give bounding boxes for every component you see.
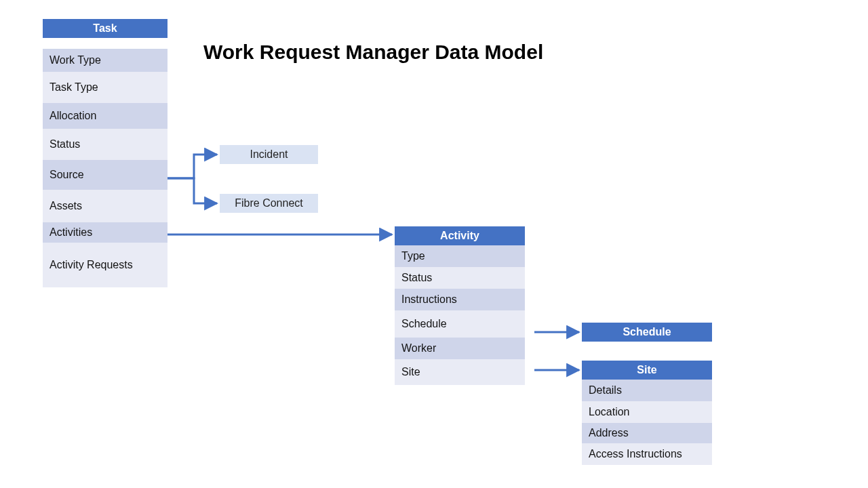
- task-row-source: Source: [43, 160, 167, 190]
- schedule-header: Schedule: [582, 323, 712, 342]
- task-row-allocation: Allocation: [43, 103, 167, 129]
- site-header: Site: [582, 361, 712, 380]
- page-title: Work Request Manager Data Model: [203, 41, 543, 64]
- arrow-source-to-fibre: [167, 178, 217, 203]
- site-row-details: Details: [582, 380, 712, 401]
- source-chip-fibre-connect: Fibre Connect: [220, 194, 318, 213]
- task-row-assets: Assets: [43, 190, 167, 222]
- activity-row-status: Status: [395, 267, 525, 289]
- site-row-address: Address: [582, 423, 712, 443]
- activity-header: Activity: [395, 226, 525, 245]
- activity-row-site: Site: [395, 359, 525, 385]
- task-header: Task: [43, 19, 167, 38]
- task-row-task-type: Task Type: [43, 72, 167, 103]
- activity-row-worker: Worker: [395, 338, 525, 359]
- diagram-canvas: Work Request Manager Data Model Task Wor…: [0, 0, 868, 488]
- activity-row-type: Type: [395, 245, 525, 267]
- task-row-activities: Activities: [43, 222, 167, 243]
- task-row-work-type: Work Type: [43, 49, 167, 72]
- arrow-source-to-incident: [167, 155, 217, 178]
- task-row-activity-requests: Activity Requests: [43, 243, 167, 287]
- activity-row-instructions: Instructions: [395, 289, 525, 310]
- site-row-access-instructions: Access Instructions: [582, 443, 712, 465]
- source-chip-incident: Incident: [220, 145, 318, 164]
- site-row-location: Location: [582, 401, 712, 423]
- activity-row-schedule: Schedule: [395, 310, 525, 338]
- task-row-status: Status: [43, 129, 167, 160]
